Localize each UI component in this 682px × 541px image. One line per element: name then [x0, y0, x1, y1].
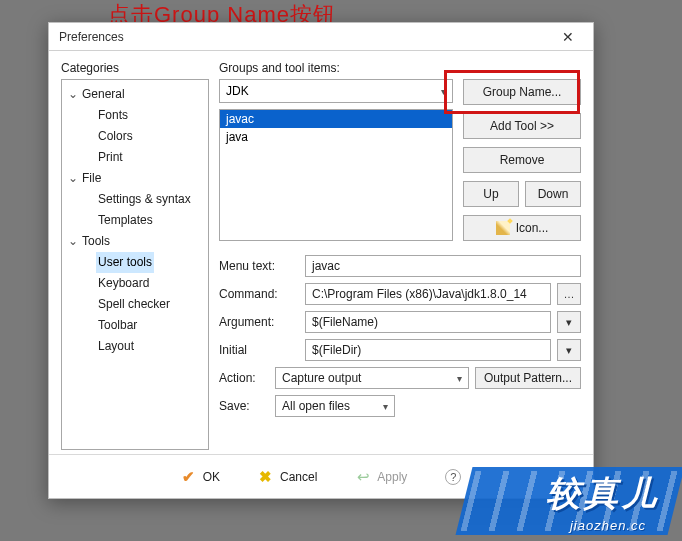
tree-node-keyboard[interactable]: Keyboard [96, 273, 151, 294]
save-combo[interactable]: All open files ▾ [275, 395, 395, 417]
command-input[interactable]: C:\Program Files (x86)\Java\jdk1.8.0_14 [305, 283, 551, 305]
ok-button[interactable]: ✔ OK [175, 465, 226, 489]
chevron-down-icon[interactable]: ⌄ [68, 232, 80, 251]
dialog-footer: ✔ OK ✖ Cancel ↩ Apply ? [49, 454, 593, 498]
chevron-down-icon: ▾ [383, 401, 388, 412]
list-item[interactable]: javac [220, 110, 452, 128]
categories-tree[interactable]: ⌄General Fonts Colors Print ⌄File Settin… [61, 79, 209, 450]
help-icon: ? [445, 469, 461, 485]
remove-button[interactable]: Remove [463, 147, 581, 173]
command-label: Command: [219, 287, 299, 301]
ok-label: OK [203, 470, 220, 484]
tree-node-toolbar[interactable]: Toolbar [96, 315, 139, 336]
apply-icon: ↩ [355, 469, 371, 485]
save-combo-value: All open files [282, 399, 350, 413]
tree-node-file[interactable]: File [80, 168, 103, 189]
chevron-down-icon: ▾ [441, 86, 446, 97]
cross-icon: ✖ [258, 469, 274, 485]
tree-node-tools[interactable]: Tools [80, 231, 112, 252]
group-select[interactable]: JDK ▾ [219, 79, 453, 103]
categories-label: Categories [61, 61, 209, 75]
dialog-title: Preferences [59, 30, 124, 44]
close-button[interactable]: ✕ [549, 26, 587, 48]
tree-node-templates[interactable]: Templates [96, 210, 155, 231]
down-button[interactable]: Down [525, 181, 581, 207]
chevron-down-icon[interactable]: ⌄ [68, 169, 80, 188]
categories-panel: Categories ⌄General Fonts Colors Print ⌄… [61, 61, 209, 450]
argument-label: Argument: [219, 315, 299, 329]
list-item[interactable]: java [220, 128, 452, 146]
output-pattern-button[interactable]: Output Pattern... [475, 367, 581, 389]
tree-node-settings-syntax[interactable]: Settings & syntax [96, 189, 193, 210]
up-button[interactable]: Up [463, 181, 519, 207]
initial-label: Initial [219, 343, 299, 357]
help-button[interactable]: ? [439, 465, 467, 489]
close-icon: ✕ [562, 29, 574, 45]
icon-button-label: Icon... [516, 221, 549, 235]
action-combo-value: Capture output [282, 371, 361, 385]
wand-icon [496, 221, 510, 235]
initial-input[interactable]: $(FileDir) [305, 339, 551, 361]
cancel-label: Cancel [280, 470, 317, 484]
preferences-dialog: Preferences ✕ Categories ⌄General Fonts … [48, 22, 594, 499]
titlebar: Preferences ✕ [49, 23, 593, 51]
apply-label: Apply [377, 470, 407, 484]
menu-text-input[interactable]: javac [305, 255, 581, 277]
tree-node-layout[interactable]: Layout [96, 336, 136, 357]
tree-node-print[interactable]: Print [96, 147, 125, 168]
apply-button[interactable]: ↩ Apply [349, 465, 413, 489]
tool-form: Menu text: javac Command: C:\Program Fil… [219, 255, 581, 423]
icon-button[interactable]: Icon... [463, 215, 581, 241]
groups-label: Groups and tool items: [219, 61, 581, 75]
tree-node-colors[interactable]: Colors [96, 126, 135, 147]
watermark-subtext: jiaozhen.cc [570, 518, 646, 533]
chevron-down-icon: ▾ [457, 373, 462, 384]
dialog-content: Categories ⌄General Fonts Colors Print ⌄… [49, 51, 593, 454]
cancel-button[interactable]: ✖ Cancel [252, 465, 323, 489]
group-select-value: JDK [226, 84, 249, 98]
check-icon: ✔ [181, 469, 197, 485]
tree-node-spell-checker[interactable]: Spell checker [96, 294, 172, 315]
menu-text-label: Menu text: [219, 259, 299, 273]
action-combo[interactable]: Capture output ▾ [275, 367, 469, 389]
tree-node-general[interactable]: General [80, 84, 127, 105]
group-name-button[interactable]: Group Name... [463, 79, 581, 105]
save-label: Save: [219, 399, 269, 413]
tree-node-fonts[interactable]: Fonts [96, 105, 130, 126]
tool-buttons: Group Name... Add Tool >> Remove Up Down… [463, 79, 581, 241]
tool-item-list[interactable]: javac java [219, 109, 453, 241]
argument-menu-button[interactable]: ▾ [557, 311, 581, 333]
command-browse-button[interactable]: … [557, 283, 581, 305]
chevron-down-icon[interactable]: ⌄ [68, 85, 80, 104]
main-panel: Groups and tool items: JDK ▾ javac java … [219, 61, 581, 450]
initial-menu-button[interactable]: ▾ [557, 339, 581, 361]
action-label: Action: [219, 371, 269, 385]
argument-input[interactable]: $(FileName) [305, 311, 551, 333]
tree-node-user-tools[interactable]: User tools [96, 252, 154, 273]
add-tool-button[interactable]: Add Tool >> [463, 113, 581, 139]
